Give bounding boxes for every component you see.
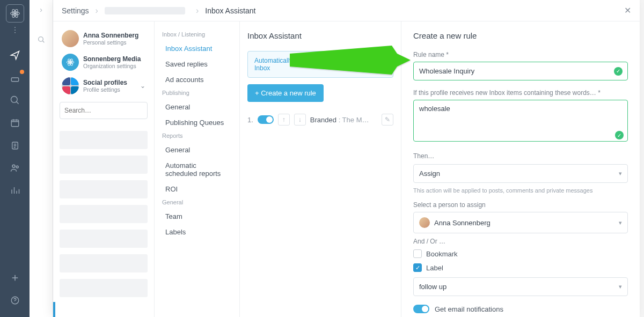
bookmark-checkbox-row[interactable]: Bookmark (413, 249, 628, 258)
rule-index: 1. (247, 116, 253, 124)
select-value: Anna Sonnenberg (434, 219, 491, 227)
nav-ad-accounts[interactable]: Ad accounts (155, 72, 239, 87)
search-input-wrap[interactable] (60, 102, 148, 119)
rule-label: Branded : The M… (310, 116, 377, 124)
notify-toggle[interactable] (413, 305, 429, 313)
svg-point-12 (70, 62, 71, 63)
svg-point-8 (12, 165, 15, 167)
svg-rect-6 (11, 120, 19, 127)
rail-publish-icon[interactable] (0, 44, 30, 67)
label-checkbox-row[interactable]: ✓ Label (413, 263, 628, 272)
select-value: Assign (419, 169, 440, 178)
breadcrumb-skeleton (105, 7, 185, 14)
then-label: Then… (413, 152, 628, 160)
rail-calendar-icon[interactable] (0, 112, 30, 134)
edit-icon[interactable]: ✎ (382, 114, 393, 126)
form-title: Create a new rule (413, 31, 628, 40)
rail-team-icon[interactable] (0, 157, 30, 179)
profile-column: Anna Sonnenberg Personal settings Sonnen… (53, 21, 155, 317)
panel-title: Inbox Assistant (247, 31, 393, 40)
profile-sub: Profile settings (83, 86, 127, 93)
profile-organization[interactable]: Sonnenberg Media Organization settings (60, 50, 148, 74)
icon-rail: ⋯ (0, 0, 30, 317)
close-icon[interactable]: ✕ (624, 5, 631, 16)
rail-add-icon[interactable] (0, 267, 30, 289)
chevron-down-icon: ⌄ (140, 82, 145, 90)
check-icon: ✓ (615, 131, 624, 139)
check-icon: ✓ (614, 67, 623, 76)
caret-down-icon: ▾ (619, 219, 622, 226)
create-rule-button[interactable]: + Create a new rule (247, 84, 324, 102)
nav-publishing-queues[interactable]: Publishing Queues (155, 115, 239, 130)
rail-dashboard-icon[interactable] (0, 67, 30, 89)
toggle-label: Get email notifications (435, 305, 503, 313)
more-menu-icon[interactable]: ⋯ (11, 26, 19, 34)
svg-point-0 (14, 12, 16, 14)
nav-reports-roi[interactable]: ROI (155, 181, 239, 197)
rule-name-input[interactable] (413, 62, 628, 80)
profile-social[interactable]: Social profiles Profile settings ⌄ (60, 74, 148, 98)
profile-sub: Personal settings (83, 39, 138, 46)
svg-point-5 (11, 97, 17, 103)
rules-panel: Inbox Assistant Automatically clean up a… (240, 21, 401, 317)
nav-publishing-general[interactable]: General (155, 99, 239, 115)
rule-toggle[interactable] (258, 115, 274, 124)
rule-list-item[interactable]: 1. ↑ ↓ Branded : The M… ✎ (247, 114, 393, 126)
keywords-input[interactable] (413, 100, 628, 142)
move-down-icon[interactable]: ↓ (294, 114, 306, 126)
breadcrumb-current: Inbox Assistant (205, 6, 255, 15)
active-indicator (53, 302, 55, 317)
breadcrumb-root[interactable]: Settings (62, 6, 89, 15)
person-select[interactable]: Anna Sonnenberg ▾ (413, 212, 628, 233)
chevron-right-icon: › (96, 6, 98, 16)
rail-analytics-icon[interactable] (0, 179, 30, 202)
label-select[interactable]: follow up ▾ (413, 277, 628, 296)
app-logo-icon[interactable] (6, 4, 24, 23)
checkbox-checked[interactable]: ✓ (413, 263, 422, 272)
profile-name: Social profiles (83, 79, 127, 86)
nav-reports-scheduled[interactable]: Automatic scheduled reports (155, 158, 239, 181)
action-help-text: This action will be applied to posts, co… (413, 187, 628, 194)
select-value: follow up (419, 283, 447, 291)
nav-inbox-assistant[interactable]: Inbox Assistant (155, 41, 239, 56)
rail-clipboard-icon[interactable] (0, 134, 30, 157)
nav-group-title: General (155, 197, 239, 209)
avatar-person (62, 30, 79, 47)
nav-team[interactable]: Team (155, 209, 239, 224)
search-input[interactable] (64, 107, 145, 114)
chevron-right-icon: › (196, 6, 199, 16)
settings-nav: Inbox / Listening Inbox Assistant Saved … (155, 21, 240, 317)
person-label: Select a person to assign (413, 201, 628, 209)
caret-down-icon: ▾ (619, 170, 622, 177)
nav-reports-general[interactable]: General (155, 142, 239, 158)
checkbox-label: Bookmark (426, 250, 458, 258)
search-icon[interactable] (37, 35, 46, 46)
caret-down-icon: ▾ (619, 283, 622, 290)
profile-personal[interactable]: Anna Sonnenberg Personal settings (60, 27, 148, 50)
profile-name: Anna Sonnenberg (83, 32, 138, 39)
nav-saved-replies[interactable]: Saved replies (155, 56, 239, 72)
rail-help-icon[interactable] (0, 289, 30, 312)
collapsed-panel: › (30, 0, 53, 317)
svg-rect-4 (11, 78, 19, 82)
rail-globe-search-icon[interactable] (0, 89, 30, 112)
checkbox-unchecked[interactable] (413, 249, 422, 258)
avatar-small (419, 217, 430, 228)
action-select[interactable]: Assign ▾ (413, 164, 628, 183)
avatar-socials (62, 77, 79, 94)
chevron-right-icon[interactable]: › (40, 5, 42, 14)
settings-modal: Settings › › Inbox Assistant ✕ Anna Sonn… (53, 0, 640, 317)
checkbox-label: Label (426, 264, 443, 272)
email-notify-row[interactable]: Get email notifications (413, 305, 628, 313)
rule-form: Create a new rule Rule name * ✓ If this … (401, 21, 640, 317)
profile-sub: Organization settings (83, 63, 141, 69)
info-banner: Automatically clean up and organize your… (247, 51, 393, 78)
move-up-icon[interactable]: ↑ (278, 114, 290, 126)
nav-labels[interactable]: Labels (155, 224, 239, 240)
avatar-org (62, 54, 79, 71)
andor-label: And / Or … (413, 238, 628, 245)
rule-name-label: Rule name * (413, 51, 628, 58)
svg-point-11 (38, 37, 43, 42)
keywords-label: If this profile receives new Inbox items… (413, 89, 628, 97)
nav-group-title: Reports (155, 130, 239, 142)
